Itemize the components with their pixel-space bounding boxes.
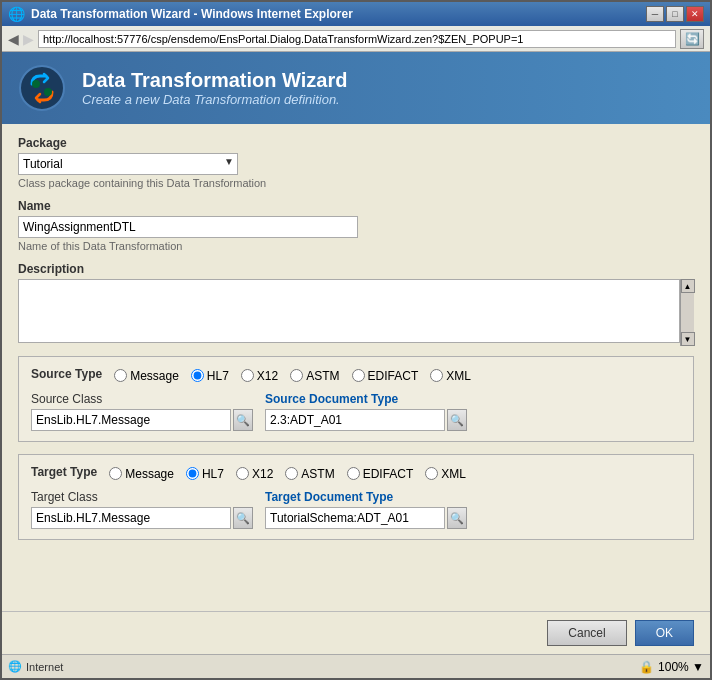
name-hint: Name of this Data Transformation xyxy=(18,240,694,252)
zoom-dropdown[interactable]: 100% ▼ xyxy=(658,660,704,674)
lock-icon: 🔒 xyxy=(639,660,654,674)
title-bar: 🌐 Data Transformation Wizard - Windows I… xyxy=(2,2,710,26)
target-message-radio[interactable] xyxy=(109,467,122,480)
close-button[interactable]: ✕ xyxy=(686,6,704,22)
main-window: 🌐 Data Transformation Wizard - Windows I… xyxy=(0,0,712,680)
source-astm-radio[interactable] xyxy=(290,369,303,382)
intersystems-logo xyxy=(18,64,66,112)
target-edifact-radio[interactable] xyxy=(347,467,360,480)
address-bar: ◀ ▶ 🔄 xyxy=(2,26,710,52)
source-hl7-radio[interactable] xyxy=(191,369,204,382)
source-xml-label: XML xyxy=(446,369,471,383)
source-class-search-button[interactable]: 🔍 xyxy=(233,409,253,431)
maximize-button[interactable]: □ xyxy=(666,6,684,22)
name-section: Name Name of this Data Transformation xyxy=(18,199,694,252)
go-button[interactable]: 🔄 xyxy=(680,29,704,49)
source-doctype-group: Source Document Type 🔍 xyxy=(265,392,467,431)
target-doctype-label: Target Document Type xyxy=(265,490,467,504)
source-edifact-radio[interactable] xyxy=(352,369,365,382)
minimize-button[interactable]: ─ xyxy=(646,6,664,22)
target-xml-option[interactable]: XML xyxy=(425,467,466,481)
target-class-search-button[interactable]: 🔍 xyxy=(233,507,253,529)
target-type-row: Target Type Message HL7 X12 xyxy=(31,465,681,482)
package-section: Package Tutorial Class package containin… xyxy=(18,136,694,189)
scroll-down-btn[interactable]: ▼ xyxy=(681,332,695,346)
address-input[interactable] xyxy=(38,30,676,48)
nav-back-icon[interactable]: ◀ xyxy=(8,31,19,47)
source-xml-radio[interactable] xyxy=(430,369,443,382)
button-bar: Cancel OK xyxy=(2,611,710,654)
ok-button[interactable]: OK xyxy=(635,620,694,646)
title-bar-buttons: ─ □ ✕ xyxy=(646,6,704,22)
source-type-box: Source Type Message HL7 X12 xyxy=(18,356,694,442)
package-label: Package xyxy=(18,136,694,150)
source-doctype-search-icon: 🔍 xyxy=(450,414,464,427)
source-hl7-option[interactable]: HL7 xyxy=(191,369,229,383)
source-xml-option[interactable]: XML xyxy=(430,369,471,383)
source-message-option[interactable]: Message xyxy=(114,369,179,383)
source-x12-option[interactable]: X12 xyxy=(241,369,278,383)
source-class-input-group: 🔍 xyxy=(31,409,253,431)
source-class-input[interactable] xyxy=(31,409,231,431)
target-edifact-option[interactable]: EDIFACT xyxy=(347,467,414,481)
target-xml-label: XML xyxy=(441,467,466,481)
source-doctype-input-group: 🔍 xyxy=(265,409,467,431)
banner-text: Data Transformation Wizard Create a new … xyxy=(82,69,347,107)
target-message-option[interactable]: Message xyxy=(109,467,174,481)
source-hl7-label: HL7 xyxy=(207,369,229,383)
target-edifact-label: EDIFACT xyxy=(363,467,414,481)
target-hl7-option[interactable]: HL7 xyxy=(186,467,224,481)
target-hl7-label: HL7 xyxy=(202,467,224,481)
description-section: Description ▲ ▼ xyxy=(18,262,694,346)
target-hl7-radio[interactable] xyxy=(186,467,199,480)
source-x12-label: X12 xyxy=(257,369,278,383)
nav-forward-icon[interactable]: ▶ xyxy=(23,31,34,47)
target-x12-radio[interactable] xyxy=(236,467,249,480)
target-doctype-input[interactable] xyxy=(265,507,445,529)
zoom-arrow-icon: ▼ xyxy=(692,660,704,674)
target-astm-radio[interactable] xyxy=(285,467,298,480)
banner-subtitle: Create a new Data Transformation definit… xyxy=(82,92,347,107)
target-astm-label: ASTM xyxy=(301,467,334,481)
package-select-wrapper: Tutorial xyxy=(18,153,238,175)
content-area: Data Transformation Wizard Create a new … xyxy=(2,52,710,654)
target-doctype-search-icon: 🔍 xyxy=(450,512,464,525)
go-icon: 🔄 xyxy=(685,32,700,46)
source-doctype-label: Source Document Type xyxy=(265,392,467,406)
target-class-input[interactable] xyxy=(31,507,231,529)
source-class-label: Source Class xyxy=(31,392,253,406)
target-doctype-search-button[interactable]: 🔍 xyxy=(447,507,467,529)
target-class-group: Target Class 🔍 xyxy=(31,490,253,529)
window-title: Data Transformation Wizard - Windows Int… xyxy=(31,7,353,21)
description-label: Description xyxy=(18,262,694,276)
svg-point-0 xyxy=(20,66,64,110)
status-left: 🌐 Internet xyxy=(8,660,63,673)
source-edifact-option[interactable]: EDIFACT xyxy=(352,369,419,383)
source-x12-radio[interactable] xyxy=(241,369,254,382)
target-xml-radio[interactable] xyxy=(425,467,438,480)
package-select[interactable]: Tutorial xyxy=(18,153,238,175)
status-zone: Internet xyxy=(26,661,63,673)
cancel-button[interactable]: Cancel xyxy=(547,620,626,646)
source-type-row: Source Type Message HL7 X12 xyxy=(31,367,681,384)
status-bar: 🌐 Internet 🔒 100% ▼ xyxy=(2,654,710,678)
source-doctype-search-button[interactable]: 🔍 xyxy=(447,409,467,431)
source-message-radio[interactable] xyxy=(114,369,127,382)
status-icon: 🌐 xyxy=(8,660,22,673)
target-type-label: Target Type xyxy=(31,465,97,479)
title-bar-left: 🌐 Data Transformation Wizard - Windows I… xyxy=(8,6,353,22)
target-doctype-group: Target Document Type 🔍 xyxy=(265,490,467,529)
scroll-up-btn[interactable]: ▲ xyxy=(681,279,695,293)
target-astm-option[interactable]: ASTM xyxy=(285,467,334,481)
source-astm-option[interactable]: ASTM xyxy=(290,369,339,383)
name-label: Name xyxy=(18,199,694,213)
textarea-wrapper: ▲ ▼ xyxy=(18,279,694,346)
target-doctype-input-group: 🔍 xyxy=(265,507,467,529)
source-class-search-icon: 🔍 xyxy=(236,414,250,427)
source-doctype-input[interactable] xyxy=(265,409,445,431)
source-class-group: Source Class 🔍 xyxy=(31,392,253,431)
target-x12-option[interactable]: X12 xyxy=(236,467,273,481)
name-input[interactable] xyxy=(18,216,358,238)
description-input[interactable] xyxy=(18,279,680,343)
zoom-value: 100% xyxy=(658,660,689,674)
